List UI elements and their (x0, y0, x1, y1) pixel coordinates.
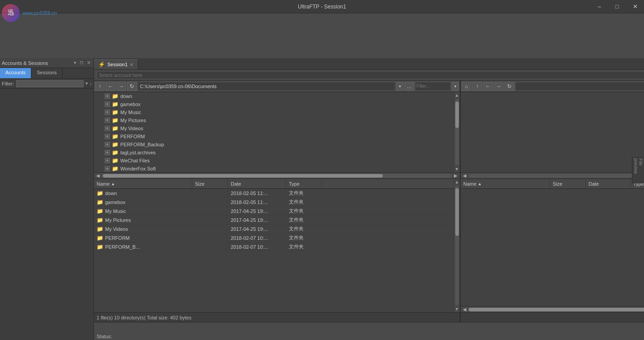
tree-item[interactable]: + 📁 PERFORM (94, 132, 453, 140)
tree-item-label: WonderFox Soft (120, 166, 156, 171)
local-file-list-header: Name ▲ Size Date (94, 179, 453, 189)
file-row[interactable]: 📁My Videos 2017-04-25 19:... 文件夹 (94, 225, 453, 234)
tree-expand-icon[interactable]: + (105, 158, 110, 163)
sidebar-tab-sessions[interactable]: Sessions (31, 68, 63, 78)
remote-nav-up[interactable]: ↑ (472, 82, 482, 91)
tree-item[interactable]: + 📁 My Pictures (94, 116, 453, 124)
tree-expand-icon[interactable]: + (105, 150, 110, 155)
local-tree-scrollbar[interactable]: ▲ ▼ (453, 92, 460, 172)
local-nav-forward[interactable]: → (116, 82, 126, 91)
col-header-name[interactable]: Name ▲ (94, 179, 192, 188)
remote-col-header-size[interactable]: Size (550, 179, 586, 188)
main-content: ⚡ Session1 ✕ ▾ 🔥 🔥 ↑ ← (94, 58, 644, 340)
folder-icon: 📁 (97, 208, 103, 214)
local-path-input[interactable] (138, 82, 395, 91)
filter-dropdown-icon[interactable]: ▾ (85, 81, 88, 86)
remote-path-input[interactable] (515, 82, 644, 91)
remote-nav-refresh[interactable]: ↻ (504, 82, 514, 91)
tree-expand-icon[interactable]: + (105, 166, 110, 171)
sidebar-filter: Filter: ▾ › (0, 79, 93, 89)
file-row[interactable]: 📁PERFORM_B... 2018-02-07 10:... 文件夹 (94, 242, 453, 251)
session-tab[interactable]: ⚡ Session1 ✕ (94, 60, 138, 69)
local-nav-up[interactable]: ↑ (95, 82, 105, 91)
tree-expand-icon[interactable]: + (105, 94, 110, 99)
remote-col-header-name[interactable]: Name ▲ (461, 179, 550, 188)
tree-item[interactable]: + 📁 WonderFox Soft (94, 165, 453, 172)
list-scroll-down[interactable]: ▼ (454, 306, 460, 312)
folder-icon: 📁 (97, 190, 103, 196)
list-scroll-track (455, 186, 459, 305)
remote-tree-hscroll[interactable]: ◀ ▶ (461, 173, 644, 179)
sidebar-pin-icon[interactable]: ⊓ (79, 60, 85, 66)
col-header-date[interactable]: Date (228, 179, 286, 188)
tree-item[interactable]: + 📁 My Videos (94, 124, 453, 132)
tree-hscroll-thumb (103, 174, 383, 178)
close-button[interactable]: ✕ (626, 0, 644, 13)
remote-nav-back[interactable]: ← (483, 82, 493, 91)
file-row[interactable]: 📁gamebox 2018-02-05 11:... 文件夹 (94, 198, 453, 207)
sidebar-tab-accounts[interactable]: Accounts (0, 68, 31, 78)
tree-expand-icon[interactable]: + (105, 102, 110, 107)
account-select-bar: ▾ 🔥 🔥 (94, 70, 644, 81)
tree-expand-icon[interactable]: + (105, 142, 110, 147)
folder-icon: 📁 (112, 133, 119, 140)
filter-input[interactable] (16, 80, 84, 87)
tree-expand-icon[interactable]: + (105, 110, 110, 115)
watermark: 迅 www.pc6359.cn (2, 2, 82, 24)
sidebar-close-icon[interactable]: ✕ (86, 60, 92, 66)
remote-list-hscroll-thumb (469, 308, 644, 311)
folder-icon: 📁 (112, 101, 119, 107)
tree-hscroll-left[interactable]: ◀ (95, 173, 101, 179)
file-row[interactable]: 📁My Music 2017-04-25 19:... 文件夹 (94, 207, 453, 216)
filter-forward-icon[interactable]: › (90, 81, 92, 86)
remote-list-hscroll-left[interactable]: ◀ (462, 306, 468, 313)
tree-item-label: tagLyst.archives (120, 150, 156, 155)
local-path-dropdown[interactable]: ▾ (396, 82, 403, 91)
remote-list-hscroll[interactable]: ◀ ▶ (461, 306, 644, 312)
folder-icon: 📁 (112, 109, 119, 115)
session-area: ▾ 🔥 🔥 ↑ ← → ↻ ▾ … (94, 70, 644, 340)
tree-item[interactable]: + 📁 down (94, 92, 453, 100)
sidebar-content (0, 89, 93, 340)
main-layout: Accounts & Sessions ▾ ⊓ ✕ Accounts Sessi… (0, 58, 644, 340)
account-select-input[interactable] (97, 71, 644, 79)
filter-label: Filter: (2, 81, 14, 86)
sidebar-tabs: Accounts Sessions (0, 68, 93, 79)
tree-item[interactable]: + 📁 WeChat Files (94, 157, 453, 165)
local-list-scrollbar[interactable]: ▲ ▼ (453, 179, 460, 312)
tree-item[interactable]: + 📁 PERFORM_Backup (94, 140, 453, 149)
local-filter-input[interactable] (415, 82, 451, 91)
col-header-size[interactable]: Size (192, 179, 228, 188)
tree-item[interactable]: + 📁 tagLyst.archives (94, 149, 453, 157)
local-nav-back[interactable]: ← (106, 82, 115, 91)
tree-scroll-down[interactable]: ▼ (454, 166, 460, 172)
list-scroll-up[interactable]: ▲ (454, 179, 460, 185)
remote-nav-forward[interactable]: → (494, 82, 504, 91)
local-tree-hscroll[interactable]: ◀ ▶ (94, 173, 460, 179)
remote-col-header-date[interactable]: Date (586, 179, 631, 188)
remote-nav-home[interactable]: ⌂ (462, 82, 471, 91)
sidebar-dropdown-icon[interactable]: ▾ (73, 60, 77, 66)
tree-item[interactable]: + 📁 My Music (94, 108, 453, 116)
tree-expand-icon[interactable]: + (105, 134, 110, 139)
local-nav-ellipsis[interactable]: … (404, 82, 414, 91)
tree-expand-icon[interactable]: + (105, 118, 110, 123)
tree-item[interactable]: + 📁 gamebox (94, 100, 453, 108)
folder-icon: 📁 (97, 199, 103, 205)
watermark-logo: 迅 (2, 4, 20, 22)
minimize-button[interactable]: – (590, 0, 608, 13)
session-tab-close[interactable]: ✕ (130, 62, 133, 67)
tree-scroll-up[interactable]: ▲ (454, 92, 460, 98)
tree-hscroll-right[interactable]: ▶ (453, 173, 459, 179)
sidebar-title: Accounts & Sessions (2, 60, 48, 66)
tree-item-label: gamebox (120, 102, 140, 107)
local-filter-dropdown[interactable]: ▾ (452, 82, 459, 91)
col-header-type[interactable]: Type (286, 179, 322, 188)
file-row[interactable]: 📁down 2018-02-05 11:... 文件夹 (94, 189, 453, 198)
file-row[interactable]: 📁PERFORM 2018-02-07 10:... 文件夹 (94, 234, 453, 242)
file-row[interactable]: 📁My Pictures 2017-04-25 19:... 文件夹 (94, 216, 453, 225)
remote-hscroll-left[interactable]: ◀ (462, 173, 468, 179)
maximize-button[interactable]: □ (608, 0, 626, 13)
tree-expand-icon[interactable]: + (105, 126, 110, 131)
local-nav-refresh[interactable]: ↻ (127, 82, 137, 91)
